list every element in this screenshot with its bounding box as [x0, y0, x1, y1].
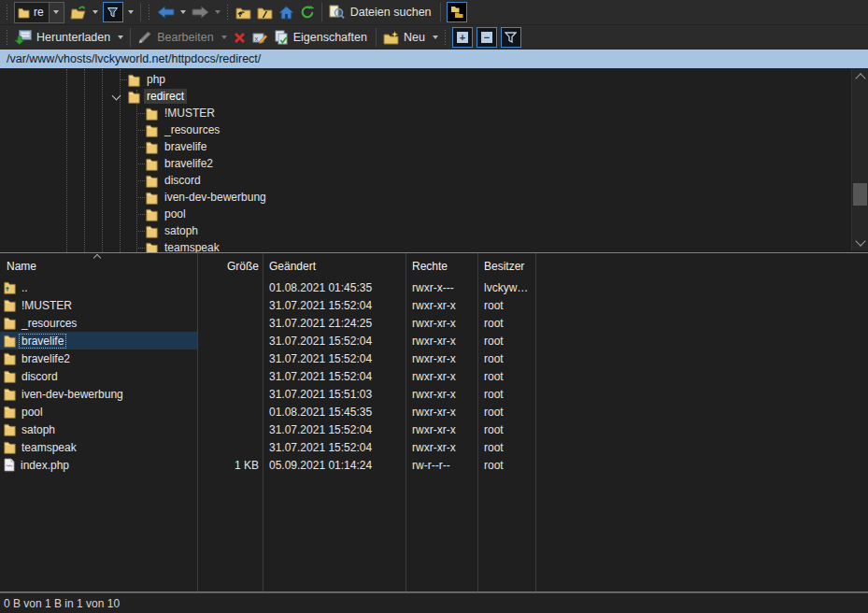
- file-rights: rwxr-xr-x: [406, 388, 477, 401]
- file-rights: rwxr-xr-x: [406, 370, 477, 383]
- chevron-down-icon[interactable]: [118, 36, 123, 39]
- new-button[interactable]: Neu: [380, 29, 430, 47]
- column-header-modified[interactable]: Geändert: [263, 260, 406, 273]
- toolbar-grip[interactable]: [226, 5, 230, 21]
- tree-connector: [138, 130, 145, 131]
- synchronize-browsing-toggle[interactable]: [447, 2, 467, 22]
- file-modified: 01.08.2021 15:45:35: [263, 406, 406, 419]
- folder-icon: [146, 207, 158, 221]
- chevron-down-icon[interactable]: [433, 36, 438, 39]
- folder-icon: [4, 405, 16, 419]
- file-modified: 01.08.2021 01:45:35: [263, 281, 406, 294]
- tree-item-bravelife2[interactable]: bravelife2: [0, 155, 868, 172]
- new-folder-icon: [383, 31, 399, 45]
- column-header-name[interactable]: Name: [0, 260, 197, 273]
- delete-button[interactable]: [230, 29, 249, 47]
- file-row-pool[interactable]: pool01.08.2021 15:45:35rwxr-xr-xroot: [0, 403, 868, 421]
- toolbar-grip[interactable]: [444, 30, 448, 46]
- tree-item-satoph[interactable]: satoph: [0, 222, 868, 239]
- chevron-down-icon[interactable]: [128, 10, 134, 14]
- open-folder-icon: [70, 5, 87, 20]
- file-row-bravelife[interactable]: bravelife31.07.2021 15:52:04rwxr-xr-xroo…: [0, 332, 868, 349]
- back-button[interactable]: [154, 4, 178, 21]
- tree-item-muster[interactable]: !MUSTER: [0, 105, 868, 121]
- refresh-button[interactable]: [297, 3, 318, 21]
- file-row-resources[interactable]: _resources31.07.2021 21:24:25rwxr-xr-xro…: [0, 314, 868, 332]
- rename-icon: x: [252, 31, 268, 45]
- open-session-button[interactable]: [67, 3, 90, 21]
- column-header-size[interactable]: Größe: [197, 260, 263, 273]
- file-row-teamspeak[interactable]: teamspeak31.07.2021 15:52:04rwxr-xr-xroo…: [0, 438, 868, 456]
- tree-item-label: bravelife2: [162, 156, 216, 171]
- filter-toggle-button[interactable]: [103, 2, 123, 22]
- tree-connector: [138, 197, 145, 198]
- edit-button[interactable]: Bearbeiten: [135, 28, 218, 47]
- scrollbar-thumb[interactable]: [853, 183, 867, 206]
- home-directory-button[interactable]: [276, 4, 297, 21]
- funnel-icon: [505, 32, 517, 43]
- tree-connector: [138, 147, 145, 148]
- toolbar-grip[interactable]: [5, 30, 8, 46]
- find-files-button[interactable]: Dateien suchen: [326, 3, 436, 21]
- file-modified: 31.07.2021 15:52:04: [263, 352, 406, 365]
- tree-connector: [138, 113, 145, 114]
- tree-item-redirect[interactable]: redirect: [0, 88, 868, 105]
- file-row-index-php[interactable]: index.php1 KB05.09.2021 01:14:24rw-r--r-…: [0, 456, 868, 474]
- file-row-muster[interactable]: !MUSTER31.07.2021 15:52:04rwxr-xr-xroot: [0, 296, 868, 314]
- tree-item-iven-dev-bewerbung[interactable]: iven-dev-bewerbung: [0, 189, 868, 206]
- file-owner: root: [477, 352, 535, 365]
- tree-item-php[interactable]: php: [0, 71, 868, 88]
- column-separator[interactable]: [535, 253, 536, 592]
- chevron-down-icon[interactable]: [112, 92, 121, 101]
- rename-button[interactable]: x: [249, 29, 271, 47]
- file-row-iven-dev-bewerbung[interactable]: iven-dev-bewerbung31.07.2021 15:51:03rwx…: [0, 385, 868, 403]
- filter-toggle-button-2[interactable]: [501, 27, 521, 48]
- file-name: discord: [20, 370, 60, 383]
- file-row-satoph[interactable]: satoph31.07.2021 15:52:04rwxr-xr-xroot: [0, 421, 868, 438]
- forward-button[interactable]: [189, 4, 212, 21]
- find-files-label: Dateien suchen: [349, 6, 434, 19]
- directory-dropdown-arrow[interactable]: [49, 3, 64, 22]
- toolbar-grip[interactable]: [148, 5, 151, 21]
- file-name: index.php: [19, 459, 71, 472]
- column-header-rights[interactable]: Rechte: [406, 260, 477, 273]
- file-rights: rwxr-xr-x: [406, 317, 477, 330]
- file-owner: root: [477, 317, 535, 330]
- address-bar[interactable]: /var/www/vhosts/lvckyworld.net/httpdocs/…: [0, 50, 868, 69]
- chevron-down-icon[interactable]: [92, 10, 98, 14]
- file-name: _resources: [20, 317, 78, 330]
- column-separator[interactable]: [263, 253, 263, 592]
- column-separator[interactable]: [477, 253, 478, 592]
- tree-item-pool[interactable]: pool: [0, 206, 868, 222]
- properties-button[interactable]: Eigenschaften: [271, 28, 372, 47]
- tree-item-label: teamspeak: [162, 240, 222, 253]
- file-row-discord[interactable]: discord31.07.2021 15:52:04rwxr-xr-xroot: [0, 367, 868, 385]
- file-name: !MUSTER: [20, 299, 74, 312]
- column-separator[interactable]: [406, 253, 406, 592]
- file-row-bravelife2[interactable]: bravelife231.07.2021 15:52:04rwxr-xr-xro…: [0, 349, 868, 367]
- address-path: /var/www/vhosts/lvckyworld.net/httpdocs/…: [7, 52, 261, 65]
- tree-item-teamspeak[interactable]: teamspeak: [0, 239, 868, 253]
- tree-item-discord[interactable]: discord: [0, 172, 868, 189]
- tree-vertical-scrollbar[interactable]: [851, 69, 868, 250]
- download-button[interactable]: Herunterladen: [11, 28, 115, 47]
- file-row-item[interactable]: ..01.08.2021 01:45:35rwxr-x---lvckyw…: [0, 278, 868, 296]
- root-directory-button[interactable]: [254, 4, 276, 21]
- column-separator[interactable]: [197, 253, 198, 592]
- expand-all-toggle[interactable]: +: [452, 27, 473, 48]
- column-header-owner[interactable]: Besitzer: [477, 260, 535, 273]
- directory-dropdown[interactable]: re: [14, 2, 64, 23]
- file-owner: lvckyw…: [477, 281, 535, 294]
- parent-directory-button[interactable]: [233, 4, 254, 21]
- folder-icon: [146, 191, 158, 205]
- tree-item-resources[interactable]: _resources: [0, 121, 868, 138]
- scroll-down-icon[interactable]: [855, 235, 865, 246]
- tree-item-label: _resources: [162, 122, 222, 137]
- chevron-down-icon[interactable]: [221, 36, 227, 39]
- toolbar-grip[interactable]: [5, 5, 8, 21]
- collapse-all-toggle[interactable]: −: [477, 27, 497, 48]
- tree-item-bravelife[interactable]: bravelife: [0, 138, 868, 155]
- chevron-down-icon[interactable]: [180, 10, 186, 14]
- chevron-down-icon[interactable]: [215, 10, 221, 14]
- scroll-up-icon[interactable]: [855, 73, 865, 83]
